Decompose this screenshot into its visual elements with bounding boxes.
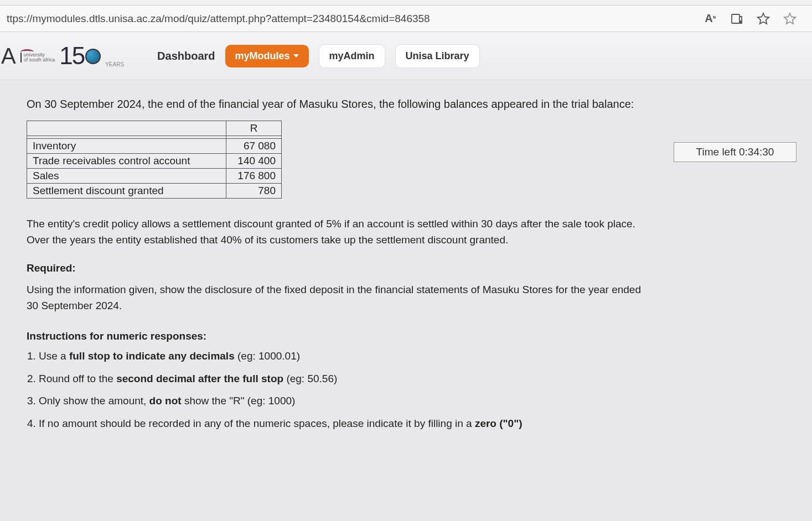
table-row: Trade receivables control account 140 40… [27,154,282,169]
nav-myadmin-button[interactable]: myAdmin [319,44,385,68]
instruction-item: Round off to the second decimal after th… [39,372,654,387]
instructions-list: Use a full stop to indicate any decimals… [27,349,654,431]
text-size-icon[interactable]: Aᴺ [704,12,717,25]
logo-subtext: universityof south africa [20,49,55,62]
instruction-item: If no amount should be recorded in any o… [39,416,654,431]
svg-point-1 [740,20,741,22]
table-row: Settlement discount granted 780 [27,184,282,199]
table-row: Sales 176 800 [27,169,282,184]
nav-dashboard[interactable]: Dashboard [157,50,215,62]
favorite-star-icon[interactable] [757,12,770,25]
quiz-sidebar: Time left 0:34:30 [674,91,812,439]
address-bar: ttps://mymodules.dtls.unisa.ac.za/mod/qu… [0,6,812,32]
table-header-blank [27,121,226,136]
quiz-timer: Time left 0:34:30 [674,142,797,162]
instructions-heading: Instructions for numeric responses: [27,330,654,342]
browser-tabstrip [0,0,812,6]
globe-icon [85,49,101,64]
browser-toolbar-icons: Aᴺ [704,12,808,25]
collections-icon[interactable] [783,12,797,25]
required-text: Using the information given, show the di… [27,282,654,314]
nav-library-button[interactable]: Unisa Library [395,44,480,68]
chevron-down-icon [293,54,299,58]
trial-balance-table: R Inventory 67 080 Trade receivables con… [27,121,282,199]
question-content: On 30 September 2024, the end of the fin… [0,91,674,439]
policy-text: The entity's credit policy allows a sett… [27,216,654,248]
nav-mymodules-button[interactable]: myModules [225,45,309,67]
reader-mode-icon[interactable] [730,12,743,25]
logo-years: YEARS [105,61,124,67]
question-intro: On 30 September 2024, the end of the fin… [27,98,654,111]
table-header-r: R [226,121,282,136]
svg-rect-0 [732,14,739,23]
url-text[interactable]: ttps://mymodules.dtls.unisa.ac.za/mod/qu… [4,13,704,25]
table-row: Inventory 67 080 [27,139,282,154]
content-wrap: On 30 September 2024, the end of the fin… [0,80,812,439]
logo-letter: A [1,44,16,69]
instruction-item: Use a full stop to indicate any decimals… [39,349,654,364]
instruction-item: Only show the amount, do not show the "R… [39,394,654,409]
page-header: A universityof south africa 15 YEARS Das… [0,32,812,80]
unisa-logo[interactable]: A universityof south africa 15 YEARS [0,42,124,70]
logo-150: 15 [59,42,101,70]
required-heading: Required: [27,262,654,274]
